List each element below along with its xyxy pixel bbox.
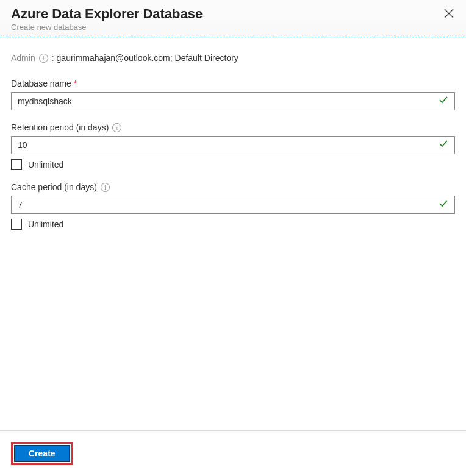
info-icon[interactable]: i <box>39 54 48 63</box>
database-name-label: Database name <box>11 79 71 88</box>
cache-group: Cache period (in days) i Unlimited <box>11 182 455 230</box>
database-name-group: Database name * <box>11 79 455 110</box>
database-name-input[interactable] <box>11 92 455 110</box>
create-database-panel: Azure Data Explorer Database Create new … <box>0 0 466 476</box>
retention-input[interactable] <box>11 136 455 154</box>
cache-label-row: Cache period (in days) i <box>11 182 455 192</box>
close-button[interactable] <box>442 6 456 21</box>
info-icon[interactable]: i <box>101 183 110 192</box>
create-button[interactable]: Create <box>14 445 70 462</box>
panel-subtitle: Create new database <box>11 23 455 32</box>
admin-separator: : <box>52 53 54 63</box>
retention-unlimited-row: Unlimited <box>11 159 455 170</box>
retention-label: Retention period (in days) <box>11 123 109 132</box>
panel-content: Admin i : gaurimmahajan@outlook.com; Def… <box>0 37 466 430</box>
create-button-highlight: Create <box>11 442 73 465</box>
required-star: * <box>74 79 77 88</box>
retention-label-row: Retention period (in days) i <box>11 123 455 132</box>
cache-label: Cache period (in days) <box>11 182 97 192</box>
database-name-input-wrap <box>11 92 455 110</box>
close-icon <box>444 9 454 18</box>
panel-header: Azure Data Explorer Database Create new … <box>0 0 466 37</box>
cache-unlimited-row: Unlimited <box>11 219 455 230</box>
cache-unlimited-label: Unlimited <box>28 219 63 229</box>
retention-unlimited-label: Unlimited <box>28 160 63 169</box>
panel-title: Azure Data Explorer Database <box>11 6 455 22</box>
panel-footer: Create <box>0 430 466 476</box>
cache-input-wrap <box>11 196 455 214</box>
retention-input-wrap <box>11 136 455 154</box>
retention-unlimited-checkbox[interactable] <box>11 159 22 170</box>
cache-unlimited-checkbox[interactable] <box>11 219 22 230</box>
cache-input[interactable] <box>11 196 455 214</box>
database-name-label-row: Database name * <box>11 79 455 88</box>
admin-value: gaurimmahajan@outlook.com; Default Direc… <box>57 53 238 63</box>
admin-row: Admin i : gaurimmahajan@outlook.com; Def… <box>11 53 455 63</box>
retention-group: Retention period (in days) i Unlimited <box>11 123 455 170</box>
info-icon[interactable]: i <box>112 123 121 132</box>
admin-label: Admin <box>11 53 35 63</box>
